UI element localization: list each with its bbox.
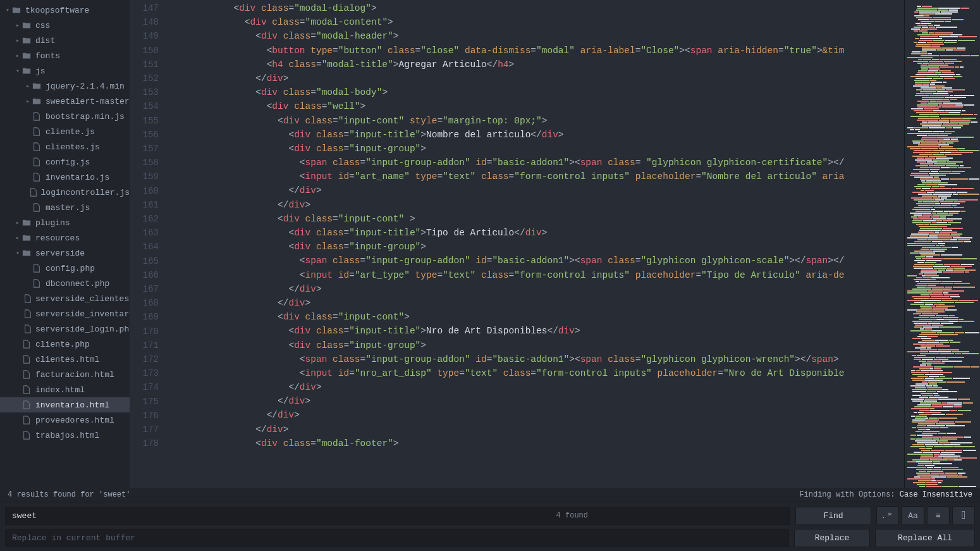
regex-option[interactable]: .＊ bbox=[876, 506, 899, 525]
tree-file[interactable]: inventario.js bbox=[0, 170, 130, 185]
file-icon bbox=[24, 325, 32, 333]
folder-icon bbox=[32, 97, 42, 106]
file-icon bbox=[24, 294, 32, 303]
tree-file[interactable]: serverside_login.php bbox=[0, 321, 130, 337]
file-icon bbox=[32, 264, 42, 273]
replace-input[interactable] bbox=[5, 529, 789, 547]
tree-file[interactable]: logincontroller.js bbox=[0, 185, 130, 200]
tree-item-label: serverside bbox=[35, 249, 85, 258]
tree-item-label: js bbox=[35, 66, 46, 76]
file-icon bbox=[21, 370, 32, 379]
file-icon bbox=[21, 416, 32, 424]
file-icon bbox=[21, 340, 32, 349]
tree-item-label: serverside_clientes.php bbox=[35, 294, 130, 304]
file-icon bbox=[32, 158, 42, 166]
chevron-icon: ▸ bbox=[14, 234, 21, 242]
tree-file[interactable]: cliente.js bbox=[0, 124, 130, 139]
chevron-icon: ▸ bbox=[14, 219, 21, 226]
whole-word-option[interactable]: ⌷ bbox=[952, 506, 975, 525]
folder-icon bbox=[21, 21, 32, 30]
tree-item-label: config.js bbox=[46, 158, 90, 167]
tree-file[interactable]: cliente.php bbox=[0, 337, 130, 352]
folder-icon bbox=[21, 66, 32, 75]
tree-item-label: clientes.html bbox=[35, 355, 99, 364]
tree-item-label: serverside_login.php bbox=[35, 325, 130, 334]
tree-folder[interactable]: ▸plugins bbox=[0, 215, 130, 230]
chevron-icon: ▾ bbox=[4, 6, 11, 14]
folder-icon bbox=[21, 51, 32, 60]
tree-item-label: logincontroller.js bbox=[41, 188, 130, 197]
tree-folder[interactable]: ▾tkoopsoftware bbox=[0, 3, 130, 18]
tree-item-label: css bbox=[35, 21, 50, 30]
tree-item-label: config.php bbox=[46, 264, 95, 273]
tree-file[interactable]: proveedores.html bbox=[0, 412, 130, 428]
tree-item-label: inventario.js bbox=[46, 173, 109, 182]
tree-item-label: cliente.js bbox=[46, 127, 95, 137]
tree-folder[interactable]: ▸css bbox=[0, 18, 130, 33]
find-input[interactable] bbox=[5, 507, 790, 525]
file-icon bbox=[32, 127, 42, 136]
tree-item-label: master.js bbox=[46, 203, 90, 213]
find-options: .＊ Aa ≡ ⌷ bbox=[876, 506, 975, 525]
chevron-icon: ▸ bbox=[14, 22, 21, 29]
tree-file[interactable]: inventario.html bbox=[0, 397, 130, 412]
tree-file[interactable]: facturacion.html bbox=[0, 367, 130, 382]
selection-option[interactable]: ≡ bbox=[927, 506, 950, 525]
tree-item-label: clientes.js bbox=[46, 142, 100, 152]
find-button[interactable]: Find bbox=[795, 507, 871, 525]
tree-file[interactable]: clientes.js bbox=[0, 139, 130, 154]
file-icon bbox=[32, 142, 42, 151]
line-gutter: 1471481491501511521531541551561571581591… bbox=[130, 0, 168, 488]
tree-folder[interactable]: ▸jquery-2.1.4.min bbox=[0, 78, 130, 94]
tree-item-label: proveedores.html bbox=[35, 416, 114, 425]
tree-item-label: resources bbox=[35, 233, 80, 243]
file-icon bbox=[21, 400, 32, 409]
tree-file[interactable]: serverside_inventario.php bbox=[0, 306, 130, 321]
tree-item-label: bootstrap.min.js bbox=[46, 112, 125, 121]
find-and-replace-panel: 4 found Find .＊ Aa ≡ ⌷ Replace Replace A… bbox=[0, 502, 980, 551]
tree-folder[interactable]: ▾js bbox=[0, 63, 130, 78]
tree-item-label: inventario.html bbox=[35, 400, 109, 410]
case-option[interactable]: Aa bbox=[902, 506, 924, 525]
folder-icon bbox=[21, 249, 32, 257]
tree-item-label: dbconnect.php bbox=[46, 279, 109, 288]
folder-icon bbox=[21, 218, 32, 227]
tree-item-label: dist bbox=[35, 36, 55, 46]
tree-file[interactable]: dbconnect.php bbox=[0, 276, 130, 291]
tree-item-label: serverside_inventario.php bbox=[35, 309, 130, 319]
file-tree[interactable]: ▾tkoopsoftware▸css▸dist▸fonts▾js▸jquery-… bbox=[0, 0, 130, 488]
tree-file[interactable]: clientes.html bbox=[0, 352, 130, 367]
tree-folder[interactable]: ▸sweetalert-master bbox=[0, 94, 130, 109]
replace-all-button[interactable]: Replace All bbox=[875, 529, 975, 547]
replace-button[interactable]: Replace bbox=[794, 529, 870, 547]
tree-file[interactable]: config.js bbox=[0, 154, 130, 170]
find-count: 4 found bbox=[550, 511, 594, 520]
minimap[interactable] bbox=[904, 0, 980, 488]
tree-item-label: facturacion.html bbox=[35, 370, 114, 380]
file-icon bbox=[21, 431, 32, 440]
code-area[interactable]: <div class="modal-dialog"> <div class="m… bbox=[168, 0, 904, 488]
chevron-icon: ▾ bbox=[14, 249, 21, 257]
file-icon bbox=[21, 355, 32, 364]
tree-file[interactable]: bootstrap.min.js bbox=[0, 109, 130, 124]
tree-file[interactable]: config.php bbox=[0, 261, 130, 276]
tree-folder[interactable]: ▸resources bbox=[0, 230, 130, 245]
file-icon bbox=[24, 309, 32, 318]
tree-file[interactable]: serverside_clientes.php bbox=[0, 291, 130, 306]
tree-file[interactable]: master.js bbox=[0, 200, 130, 215]
file-icon bbox=[32, 112, 42, 121]
chevron-icon: ▸ bbox=[24, 97, 32, 105]
tree-folder[interactable]: ▸fonts bbox=[0, 48, 130, 63]
file-icon bbox=[32, 203, 42, 212]
tree-item-label: index.html bbox=[35, 385, 85, 395]
tree-item-label: tkoopsoftware bbox=[25, 6, 89, 15]
chevron-icon: ▸ bbox=[14, 52, 21, 59]
folder-icon bbox=[21, 36, 32, 45]
folder-icon bbox=[11, 6, 21, 15]
tree-file[interactable]: trabajos.html bbox=[0, 428, 130, 443]
tree-folder[interactable]: ▾serverside bbox=[0, 245, 130, 261]
status-options: Finding with Options: Case Insensitive bbox=[799, 490, 972, 499]
tree-folder[interactable]: ▸dist bbox=[0, 33, 130, 48]
editor[interactable]: 1471481491501511521531541551561571581591… bbox=[130, 0, 980, 488]
tree-file[interactable]: index.html bbox=[0, 382, 130, 397]
